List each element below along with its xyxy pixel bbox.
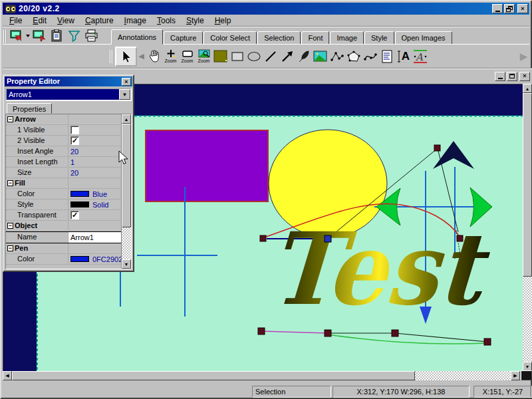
section-fill[interactable]: −Fill [6,178,131,189]
section-object[interactable]: −Object [6,221,131,231]
vertical-scroll-thumb[interactable] [523,93,532,277]
property-row-fill-style[interactable]: Style Solid [6,200,131,210]
collapse-icon[interactable]: − [7,116,13,122]
property-row-fill-color[interactable]: Color Blue [6,189,131,200]
child-minimize-button[interactable] [495,72,505,81]
zoom-in-tool-button[interactable]: Zoom [162,47,179,66]
scroll-up-button[interactable]: ▲ [523,84,532,93]
horizontal-scroll-thumb[interactable] [12,371,415,380]
filter-button[interactable] [66,28,83,43]
curve-tool-button[interactable] [362,47,378,66]
color-swatch[interactable] [70,191,89,197]
checkbox-unchecked[interactable] [70,126,79,134]
handle[interactable] [258,328,265,334]
tab-font[interactable]: Font [301,31,329,45]
property-row-1visible[interactable]: 1 Visible [6,125,131,136]
handle[interactable] [484,338,491,345]
grid-scroll-thumb[interactable] [122,124,131,227]
scroll-up-button[interactable]: ▲ [122,114,131,124]
chevron-left-icon[interactable]: ◀ [137,52,146,61]
handle[interactable] [325,330,331,336]
menu-image[interactable]: Image [119,15,152,26]
text-tool-button[interactable]: A [395,47,412,66]
section-arrow[interactable]: −Arrow [6,114,131,125]
menu-tools[interactable]: Tools [152,15,181,26]
handle[interactable] [434,145,440,151]
menu-edit[interactable]: Edit [27,15,52,26]
capture-screen-button[interactable] [9,28,31,43]
tab-style[interactable]: Style [364,31,394,45]
minimize-button[interactable] [492,4,503,13]
line-tool-button[interactable] [262,47,279,66]
print-button[interactable] [83,28,100,43]
property-editor-close-button[interactable]: × [122,78,131,86]
paste-button[interactable] [49,28,66,43]
image-tool-button[interactable] [312,47,329,66]
scroll-right-button[interactable]: ▶ [511,371,520,380]
capture-repeat-button[interactable] [31,28,49,43]
checkbox-checked[interactable]: ✓ [70,211,79,219]
text-box-tool-button[interactable] [378,47,395,66]
transform-text-tool-button[interactable]: A [412,47,428,66]
property-editor-titlebar[interactable]: Property Editor × [5,76,132,86]
vertical-scrollbar[interactable]: ▲ ▼ [523,84,532,371]
scroll-down-button[interactable]: ▼ [523,362,532,371]
ellipse-tool-button[interactable] [245,47,262,66]
section-pen[interactable]: −Pen [6,243,131,254]
combo-dropdown-button[interactable]: ▼ [119,89,130,100]
rectangle-tool-button[interactable] [229,47,245,66]
scroll-down-button[interactable]: ▼ [122,259,131,269]
collapse-icon[interactable]: − [7,245,13,251]
menu-view[interactable]: View [52,15,80,26]
handle[interactable] [260,235,266,241]
property-row-inset-angle[interactable]: Inset Angle 20 [6,146,131,157]
endpoint-handle-blue[interactable] [325,235,331,242]
toolbar-grip[interactable] [110,50,113,63]
property-row-pen-color[interactable]: Color 0FC2902 [6,254,131,265]
zoom-image-tool-button[interactable]: Zoom [196,47,212,66]
pen-tool-button[interactable] [295,47,312,66]
menu-help[interactable]: Help [209,15,237,26]
property-row-2visible[interactable]: 2 Visible ✓ [6,136,131,146]
toolbar-grip[interactable] [3,30,7,43]
tab-color-select[interactable]: Color Select [203,31,257,45]
property-row-name[interactable]: Name Arrow1 [6,231,131,243]
zoom-rect-tool-button[interactable]: Zoom [179,47,196,66]
menu-file[interactable]: File [4,15,27,26]
menu-style[interactable]: Style [181,15,209,26]
scroll-left-button[interactable]: ◀ [3,371,12,380]
color-swatch[interactable] [70,256,89,262]
horizontal-scrollbar[interactable]: ◀ ▶ [3,371,520,380]
handle[interactable] [392,330,398,336]
close-button[interactable]: × [517,4,528,13]
property-value[interactable]: Blue [92,190,107,198]
pan-tool-button[interactable] [146,47,162,66]
style-swatch[interactable] [70,201,89,207]
property-row-size[interactable]: Size 20 [6,168,131,178]
handle[interactable] [457,235,463,241]
polyline-tool-button[interactable] [329,47,345,66]
checkbox-checked[interactable]: ✓ [70,136,79,145]
child-maximize-button[interactable] [507,72,517,81]
property-grid-scrollbar[interactable]: ▲ ▼ [121,114,131,269]
scrollbar-corner-box[interactable] [521,370,532,380]
chevron-right-icon[interactable]: ▶ [519,51,528,63]
tab-image[interactable]: Image [330,31,364,45]
restore-button[interactable] [504,4,515,13]
tab-properties[interactable]: Properties [7,103,52,114]
tab-annotations[interactable]: Annotations [111,29,163,45]
arrow-tool-button[interactable] [279,47,295,66]
child-close-button[interactable]: × [519,72,530,81]
name-edit-field[interactable]: Arrow1 [68,232,122,243]
property-row-transparent[interactable]: Transparent ✓ [6,210,131,221]
test-text-object[interactable]: Test [265,210,493,327]
polygon-tool-button[interactable] [345,47,362,66]
menu-capture[interactable]: Capture [80,15,119,26]
property-value[interactable]: 0FC2902 [92,255,122,263]
fill-color-swatch-button[interactable] [212,47,229,66]
collapse-icon[interactable]: − [7,223,13,229]
collapse-icon[interactable]: − [7,180,13,186]
tab-capture[interactable]: Capture [164,31,203,45]
tab-selection[interactable]: Selection [257,31,301,45]
property-value[interactable]: Solid [92,201,108,209]
